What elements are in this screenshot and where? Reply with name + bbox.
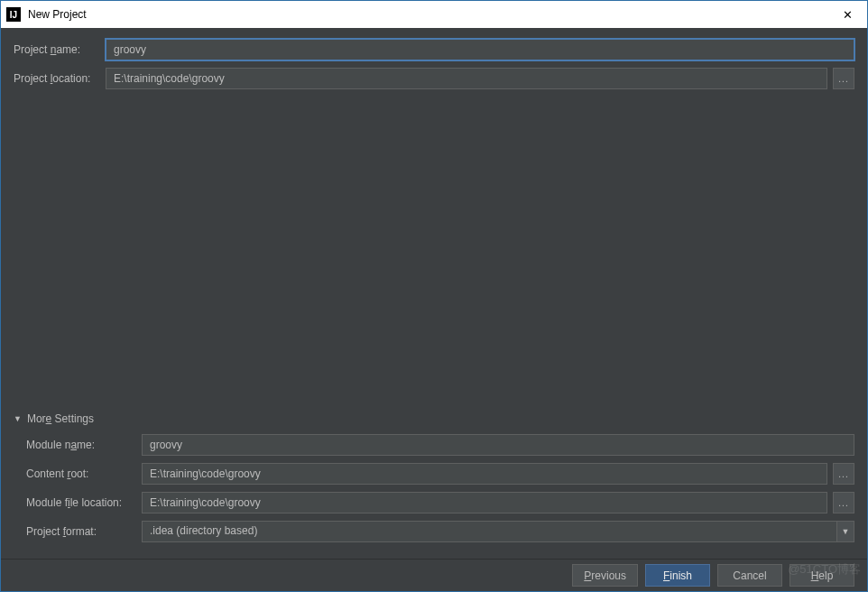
dialog-content: Project name: Project location: ... ▼ Mo… bbox=[1, 28, 867, 559]
module-name-input[interactable] bbox=[142, 434, 854, 456]
more-settings-label: More Settings bbox=[27, 412, 94, 425]
cancel-button[interactable]: Cancel bbox=[717, 564, 782, 587]
chevron-down-icon[interactable]: ▼ bbox=[836, 521, 854, 542]
titlebar: IJ New Project ✕ bbox=[1, 1, 867, 28]
module-name-label: Module name: bbox=[14, 439, 136, 451]
help-button[interactable]: Help bbox=[790, 564, 854, 587]
browse-module-file-location-button[interactable]: ... bbox=[833, 492, 854, 513]
module-name-row: Module name: bbox=[14, 434, 854, 456]
project-location-input[interactable] bbox=[106, 68, 827, 89]
content-root-label: Content root: bbox=[14, 467, 136, 480]
project-name-row: Project name: bbox=[14, 39, 854, 60]
content-root-row: Content root: ... bbox=[14, 463, 854, 485]
finish-button[interactable]: Finish bbox=[645, 564, 710, 587]
project-format-label: Project format: bbox=[14, 525, 136, 538]
project-format-row: Project format: .idea (directory based) … bbox=[14, 521, 854, 542]
project-location-row: Project location: ... bbox=[14, 68, 854, 89]
project-format-select[interactable]: .idea (directory based) ▼ bbox=[142, 521, 854, 542]
project-format-value: .idea (directory based) bbox=[142, 521, 836, 542]
expand-icon: ▼ bbox=[14, 414, 22, 423]
app-icon: IJ bbox=[6, 7, 21, 22]
button-bar: Previous Finish Cancel Help bbox=[1, 559, 867, 591]
browse-project-location-button[interactable]: ... bbox=[833, 68, 854, 89]
close-icon[interactable]: ✕ bbox=[833, 8, 862, 22]
browse-content-root-button[interactable]: ... bbox=[833, 463, 854, 485]
content-root-input[interactable] bbox=[142, 463, 827, 485]
project-location-label: Project location: bbox=[14, 72, 100, 85]
more-settings-toggle[interactable]: ▼ More Settings bbox=[14, 412, 854, 425]
previous-button[interactable]: Previous bbox=[572, 564, 638, 587]
project-name-label: Project name: bbox=[14, 43, 100, 56]
project-name-input[interactable] bbox=[106, 39, 854, 60]
module-file-location-row: Module file location: ... bbox=[14, 492, 854, 513]
empty-area bbox=[14, 97, 854, 412]
module-file-location-label: Module file location: bbox=[14, 496, 136, 509]
window-title: New Project bbox=[28, 8, 833, 21]
module-file-location-input[interactable] bbox=[142, 492, 827, 513]
